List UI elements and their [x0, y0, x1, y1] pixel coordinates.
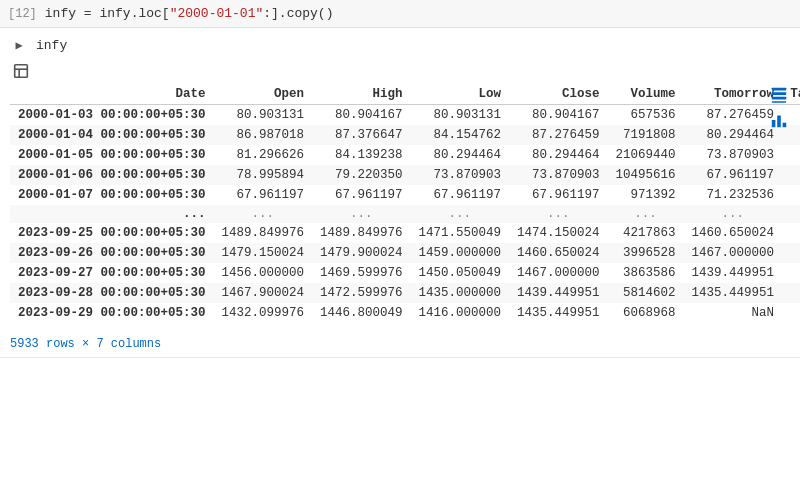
col-volume: Volume [608, 84, 684, 105]
table-cell: 87.276459 [509, 125, 608, 145]
table-cell: 0 [782, 283, 800, 303]
table-row: 2000-01-07 00:00:00+05:3067.96119767.961… [10, 185, 800, 205]
table-cell: 84.139238 [312, 145, 411, 165]
table-cell: 80.294464 [411, 145, 510, 165]
data-table: Date Open High Low Close Volume Tomorrow… [10, 84, 800, 323]
svg-rect-5 [772, 97, 786, 100]
table-cell: 1460.650024 [684, 223, 783, 243]
ellipsis-row: ........................ [10, 205, 800, 223]
table-cell: 971392 [608, 185, 684, 205]
table-cell: 21069440 [608, 145, 684, 165]
table-row: 2000-01-06 00:00:00+05:3078.99589479.220… [10, 165, 800, 185]
table-cell: 1479.150024 [214, 243, 313, 263]
table-cell: 81.296626 [214, 145, 313, 165]
table-cell: 1467.000000 [684, 243, 783, 263]
svg-rect-4 [772, 92, 786, 95]
table-cell: 7191808 [608, 125, 684, 145]
variable-name: infy [36, 38, 67, 53]
table-cell: 1439.449951 [684, 263, 783, 283]
table-row: 2023-09-29 00:00:00+05:301432.0999761446… [10, 303, 800, 323]
col-low: Low [411, 84, 510, 105]
svg-rect-3 [772, 88, 786, 91]
table-view-icon[interactable] [768, 84, 790, 106]
var-row: ▶ infy [0, 32, 800, 58]
col-date: Date [10, 84, 214, 105]
table-wrapper: Date Open High Low Close Volume Tomorrow… [0, 84, 800, 331]
table-cell: 80.903131 [214, 105, 313, 126]
table-cell: 10495616 [608, 165, 684, 185]
table-cell: 1435.000000 [411, 283, 510, 303]
table-cell: 0 [782, 165, 800, 185]
table-cell: 0 [782, 145, 800, 165]
table-cell: 2000-01-06 00:00:00+05:30 [10, 165, 214, 185]
table-header-row: Date Open High Low Close Volume Tomorrow… [10, 84, 800, 105]
ellipsis-cell: ... [782, 205, 800, 223]
table-cell: 1439.449951 [509, 283, 608, 303]
col-high: High [312, 84, 411, 105]
table-cell: 80.904167 [509, 105, 608, 126]
table-row: 2023-09-26 00:00:00+05:301479.1500241479… [10, 243, 800, 263]
table-cell: 86.987018 [214, 125, 313, 145]
code-var2: :].copy() [263, 6, 333, 21]
table-cell: 2000-01-05 00:00:00+05:30 [10, 145, 214, 165]
ellipsis-cell: ... [608, 205, 684, 223]
table-cell: 2023-09-28 00:00:00+05:30 [10, 283, 214, 303]
table-cell: 2023-09-26 00:00:00+05:30 [10, 243, 214, 263]
table-cell: 0 [782, 303, 800, 323]
table-cell: 5814602 [608, 283, 684, 303]
table-cell: 4217863 [608, 223, 684, 243]
table-cell: 1 [782, 243, 800, 263]
ellipsis-cell: ... [214, 205, 313, 223]
ellipsis-cell: ... [509, 205, 608, 223]
ellipsis-cell: ... [312, 205, 411, 223]
table-cell: 79.220350 [312, 165, 411, 185]
data-table-container: Date Open High Low Close Volume Tomorrow… [0, 84, 800, 331]
cell-number: [12] [8, 6, 37, 21]
table-cell: 67.961197 [312, 185, 411, 205]
table-cell: 2023-09-25 00:00:00+05:30 [10, 223, 214, 243]
table-cell: 1416.000000 [411, 303, 510, 323]
output-cell: ▶ infy [0, 28, 800, 358]
export-icon[interactable] [10, 60, 32, 82]
table-cell: 73.870903 [411, 165, 510, 185]
svg-rect-8 [777, 116, 781, 128]
table-cell: 3996528 [608, 243, 684, 263]
table-cell: 1432.099976 [214, 303, 313, 323]
table-cell: 1472.599976 [312, 283, 411, 303]
table-cell: 67.961197 [684, 165, 783, 185]
table-cell: 80.904167 [312, 105, 411, 126]
table-row: 2000-01-05 00:00:00+05:3081.29662684.139… [10, 145, 800, 165]
table-cell: 1435.449951 [509, 303, 608, 323]
table-cell: 1489.849976 [214, 223, 313, 243]
table-cell: 2000-01-04 00:00:00+05:30 [10, 125, 214, 145]
table-row: 2023-09-25 00:00:00+05:301489.8499761489… [10, 223, 800, 243]
code-var1: infy = infy.loc[ [45, 6, 170, 21]
ellipsis-cell: ... [411, 205, 510, 223]
play-button[interactable]: ▶ [10, 36, 28, 54]
table-cell: 1474.150024 [509, 223, 608, 243]
table-cell: 1456.000000 [214, 263, 313, 283]
code-text: infy = infy.loc["2000-01-01":].copy() [45, 6, 334, 21]
ellipsis-cell: ... [684, 205, 783, 223]
table-cell: 0 [782, 223, 800, 243]
table-cell: 80.903131 [411, 105, 510, 126]
table-cell: 2000-01-07 00:00:00+05:30 [10, 185, 214, 205]
chart-view-icon[interactable] [768, 109, 790, 131]
col-close: Close [509, 84, 608, 105]
table-cell: 1435.449951 [684, 283, 783, 303]
table-cell: 1471.550049 [411, 223, 510, 243]
table-cell: 71.232536 [684, 185, 783, 205]
table-cell: 1479.900024 [312, 243, 411, 263]
table-cell: 1467.900024 [214, 283, 313, 303]
icons-row [0, 58, 800, 84]
svg-rect-0 [15, 65, 28, 78]
table-cell: 1489.849976 [312, 223, 411, 243]
table-cell: 2023-09-29 00:00:00+05:30 [10, 303, 214, 323]
table-cell: 1459.000000 [411, 243, 510, 263]
table-cell: 67.961197 [214, 185, 313, 205]
table-cell: 3863586 [608, 263, 684, 283]
table-cell: 67.961197 [509, 185, 608, 205]
code-string: "2000-01-01" [170, 6, 264, 21]
table-cell: 67.961197 [411, 185, 510, 205]
view-toggle-icons [768, 84, 790, 131]
